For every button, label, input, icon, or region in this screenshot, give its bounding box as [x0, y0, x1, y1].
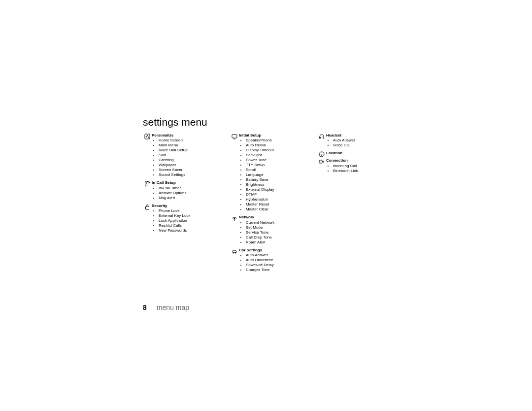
section-body: Car SettingsAuto AnswerAuto HandsfreePow… — [239, 248, 311, 274]
list-item: Battery Save — [246, 177, 311, 182]
lock-icon — [143, 204, 152, 210]
list-item: Backlight — [246, 153, 311, 158]
section-body: HeadsetAuto AnswerVoice Dial — [326, 133, 399, 150]
list-item: Greeting — [159, 158, 224, 163]
section-title: Initial Setup — [239, 133, 311, 138]
display-icon — [230, 133, 239, 139]
svg-rect-3 — [232, 135, 237, 138]
car-icon — [230, 248, 239, 254]
connection-icon — [317, 158, 326, 165]
list-item: SpeakerPhone — [246, 138, 311, 143]
svg-rect-2 — [146, 206, 149, 209]
list-item: Call Drop Tone — [246, 235, 311, 240]
list-item: New Passwords — [159, 228, 224, 233]
section-title: Headset — [326, 133, 399, 138]
section-body: SecurityPhone LockExternal Key LockLock … — [152, 204, 224, 235]
svg-rect-7 — [323, 137, 324, 138]
section-network: NetworkCurrent NetworkSet ModeService To… — [230, 215, 311, 246]
list-item: Current Network — [246, 220, 311, 225]
section-title: Car Settings — [239, 248, 311, 253]
list-item: Skin — [159, 153, 224, 158]
list-item: Wallpaper — [159, 163, 224, 168]
list-item: Sound Settings — [159, 172, 224, 177]
list-item: DTMF — [246, 192, 311, 197]
list-item: Power Tone — [246, 158, 311, 163]
item-list: Phone LockExternal Key LockLock Applicat… — [152, 208, 224, 233]
section-title: Security — [152, 204, 224, 208]
list-item: Language — [246, 172, 311, 177]
section-headset: HeadsetAuto AnswerVoice Dial — [317, 133, 399, 150]
list-item: Lock Application — [159, 218, 224, 223]
headset-icon — [317, 133, 326, 139]
list-item: Auto Handsfree — [246, 258, 311, 263]
item-list: In-Call TimerAnswer OptionsMsg Alert — [152, 186, 224, 201]
section-car-settings: Car SettingsAuto AnswerAuto HandsfreePow… — [230, 248, 311, 274]
svg-rect-11 — [319, 160, 322, 163]
list-item: TTY Setup — [246, 163, 311, 168]
page-footer: 8 menu map — [143, 304, 189, 311]
list-item: Incoming Call — [333, 164, 399, 169]
item-list: Auto AnswerAuto HandsfreePower-off Delay… — [239, 253, 311, 273]
item-list: SpeakerPhoneAuto RedialDisplay TimeoutBa… — [239, 138, 311, 212]
list-item: Answer Options — [159, 191, 224, 196]
list-item: Home Screen — [159, 138, 224, 143]
section-title: Network — [239, 215, 311, 220]
list-item: Power-off Delay — [246, 263, 311, 268]
settings-menu-page: settings menu PersonalizeHome ScreenMain… — [143, 116, 404, 275]
columns-wrapper: PersonalizeHome ScreenMain MenuVoice Dia… — [143, 133, 404, 275]
list-item: Brightness — [246, 182, 311, 187]
item-list: Incoming CallBluetooth Link — [326, 164, 399, 173]
list-item: Auto Redial — [246, 143, 311, 148]
list-item: Main Menu — [159, 143, 224, 148]
list-item: Hyphenation — [246, 197, 311, 202]
item-list: Auto AnswerVoice Dial — [326, 138, 399, 148]
section-title: Personalize — [152, 133, 224, 138]
list-item: Phone Lock — [159, 208, 224, 213]
section-body: In-Call SetupIn-Call TimerAnswer Options… — [152, 180, 224, 202]
list-item: Auto Answer — [246, 253, 311, 258]
palette-icon — [143, 133, 152, 139]
page-heading: settings menu — [143, 116, 404, 128]
info-icon — [317, 151, 326, 157]
list-item: Bluetooth Link — [333, 169, 399, 173]
page-number: 8 — [143, 304, 155, 311]
svg-point-4 — [233, 252, 234, 253]
svg-point-5 — [235, 252, 236, 253]
column-2: Initial SetupSpeakerPhoneAuto RedialDisp… — [230, 133, 311, 275]
section-body: Location — [326, 151, 399, 156]
phone-gear-icon — [143, 180, 152, 187]
list-item: Display Timeout — [246, 148, 311, 153]
section-security: SecurityPhone LockExternal Key LockLock … — [143, 204, 224, 235]
svg-rect-6 — [320, 137, 321, 138]
column-3: HeadsetAuto AnswerVoice DialLocationConn… — [317, 133, 399, 275]
section-body: ConnectionIncoming CallBluetooth Link — [326, 158, 399, 175]
list-item: Scroll — [246, 168, 311, 172]
footer-label: menu map — [157, 304, 189, 311]
svg-point-1 — [148, 182, 150, 183]
list-item: Msg Alert — [159, 196, 224, 201]
item-list: Current NetworkSet ModeService ToneCall … — [239, 220, 311, 245]
section-body: Initial SetupSpeakerPhoneAuto RedialDisp… — [239, 133, 311, 214]
section-in-call-setup: In-Call SetupIn-Call TimerAnswer Options… — [143, 180, 224, 202]
list-item: Auto Answer — [333, 138, 399, 143]
item-list: Home ScreenMain MenuVoice Dial SetupSkin… — [152, 138, 224, 177]
list-item: In-Call Timer — [159, 186, 224, 191]
list-item: Restrict Calls — [159, 223, 224, 228]
network-icon — [230, 215, 239, 221]
section-location: Location — [317, 151, 399, 157]
section-body: NetworkCurrent NetworkSet ModeService To… — [239, 215, 311, 246]
list-item: Voice Dial Setup — [159, 148, 224, 153]
section-personalize: PersonalizeHome ScreenMain MenuVoice Dia… — [143, 133, 224, 179]
list-item: Master Clear — [246, 207, 311, 212]
section-connection: ConnectionIncoming CallBluetooth Link — [317, 158, 399, 175]
list-item: External Key Lock — [159, 213, 224, 218]
list-item: Screen Saver — [159, 168, 224, 172]
list-item: External Display — [246, 187, 311, 192]
section-body: PersonalizeHome ScreenMain MenuVoice Dia… — [152, 133, 224, 179]
section-initial-setup: Initial SetupSpeakerPhoneAuto RedialDisp… — [230, 133, 311, 214]
list-item: Master Reset — [246, 202, 311, 207]
list-item: Charger Time — [246, 268, 311, 273]
list-item: Set Mode — [246, 225, 311, 230]
list-item: Roam Alert — [246, 240, 311, 245]
column-1: PersonalizeHome ScreenMain MenuVoice Dia… — [143, 133, 224, 275]
